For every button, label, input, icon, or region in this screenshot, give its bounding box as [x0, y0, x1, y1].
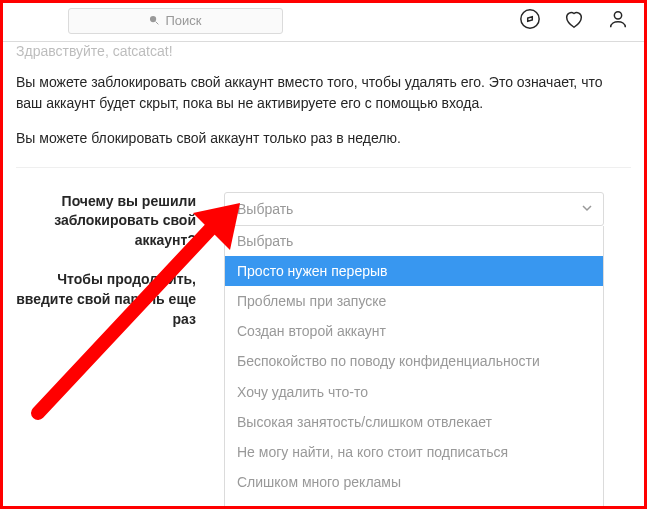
search-placeholder: Поиск — [165, 13, 201, 28]
search-icon — [149, 13, 159, 28]
reason-select[interactable]: Выбрать — [224, 192, 604, 226]
search-input[interactable]: Поиск — [68, 8, 283, 34]
svg-line-1 — [156, 22, 159, 25]
dropdown-option[interactable]: Беспокойство по поводу конфиденциальност… — [225, 346, 603, 376]
select-value: Выбрать — [237, 201, 293, 217]
info-paragraph-2: Вы можете блокировать свой аккаунт тольк… — [16, 128, 631, 149]
dropdown-option[interactable]: Создан второй аккаунт — [225, 316, 603, 346]
svg-marker-3 — [528, 17, 533, 22]
dropdown-option[interactable]: Не могу найти, на кого стоит подписаться — [225, 437, 603, 467]
password-label: Чтобы продолжить, введите свой пароль ещ… — [16, 270, 224, 329]
profile-icon[interactable] — [607, 8, 629, 33]
greeting-text: Здравствуйте, catcatcat! — [16, 42, 631, 62]
main-content: Здравствуйте, catcatcat! Вы можете забло… — [0, 42, 647, 509]
dropdown-option[interactable]: Хочу удалить что-то — [225, 377, 603, 407]
dropdown-option[interactable]: Другое — [225, 497, 603, 509]
svg-point-4 — [614, 12, 621, 19]
dropdown-option[interactable]: Слишком много рекламы — [225, 467, 603, 497]
reason-label: Почему вы решили заблокировать свой акка… — [16, 192, 224, 251]
chevron-down-icon — [581, 201, 593, 217]
divider — [16, 167, 631, 168]
top-bar: Поиск — [0, 0, 647, 42]
heart-icon[interactable] — [563, 8, 585, 33]
dropdown-option[interactable]: Выбрать — [225, 226, 603, 256]
dropdown-option[interactable]: Высокая занятость/слишком отвлекает — [225, 407, 603, 437]
reason-dropdown: ВыбратьПросто нужен перерывПроблемы при … — [224, 226, 604, 509]
info-paragraph-1: Вы можете заблокировать свой аккаунт вме… — [16, 72, 631, 114]
dropdown-option[interactable]: Проблемы при запуске — [225, 286, 603, 316]
dropdown-option[interactable]: Просто нужен перерыв — [225, 256, 603, 286]
explore-icon[interactable] — [519, 8, 541, 33]
svg-point-0 — [150, 16, 156, 22]
svg-point-2 — [521, 10, 539, 28]
